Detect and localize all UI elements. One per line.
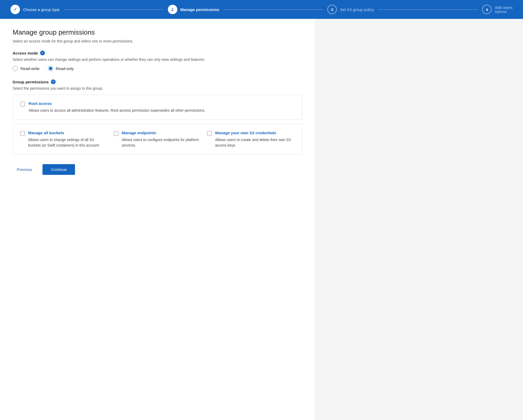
- manage-buckets-item: Manage all buckets Allows users to chang…: [20, 131, 108, 148]
- access-mode-radio-group: Read-write Read-only: [13, 66, 302, 71]
- continue-button[interactable]: Continue: [42, 164, 75, 175]
- radio-read-write-label: Read-write: [20, 66, 40, 71]
- step-3-circle: 3: [327, 5, 337, 14]
- root-access-item: Root access Allows users to access all a…: [20, 101, 295, 113]
- manage-s3-credentials-title: Manage your own S3 credentials: [215, 131, 295, 135]
- group-permissions-title: Group permissions ?: [13, 79, 302, 84]
- step-4-label: Add users: [495, 5, 513, 10]
- other-permissions-grid: Manage all buckets Allows users to chang…: [20, 131, 295, 148]
- access-mode-description: Select whether users can change settings…: [13, 57, 302, 62]
- wizard-step-2: 2 Manage permissions: [168, 5, 219, 14]
- group-permissions-help-icon[interactable]: ?: [51, 79, 56, 84]
- step-1-label: Choose a group type: [23, 7, 60, 12]
- manage-buckets-checkbox[interactable]: [20, 131, 25, 136]
- wizard-step-3: 3 Set S3 group policy: [327, 5, 374, 14]
- wizard-step-1: ✓ Choose a group type: [10, 5, 60, 14]
- main-content: Manage group permissions Select an acces…: [0, 19, 315, 420]
- step-connector-3-4: [378, 9, 478, 10]
- page-description: Select an access mode for this group and…: [13, 39, 302, 43]
- page-title: Manage group permissions: [13, 28, 302, 36]
- manage-s3-credentials-description: Allows users to create and delete their …: [215, 137, 295, 148]
- manage-s3-credentials-item: Manage your own S3 credentials Allows us…: [207, 131, 295, 148]
- step-connector-2-3: [223, 9, 323, 10]
- manage-endpoints-description: Allows users to configure endpoints for …: [122, 137, 201, 148]
- root-access-box: Root access Allows users to access all a…: [13, 95, 302, 120]
- access-mode-help-icon[interactable]: ?: [40, 51, 45, 55]
- access-mode-section: Access mode ? Select whether users can c…: [13, 51, 302, 71]
- root-access-checkbox[interactable]: [20, 102, 25, 106]
- radio-read-only-input[interactable]: [48, 66, 53, 71]
- previous-button[interactable]: Previous: [13, 165, 36, 174]
- step-2-label: Manage permissions: [180, 7, 219, 12]
- root-access-description: Allows users to access all administratio…: [29, 108, 205, 113]
- manage-endpoints-title: Manage endpoints: [122, 131, 201, 135]
- footer: Previous Continue: [13, 164, 302, 180]
- group-permissions-description: Select the permissions you want to assig…: [13, 86, 302, 90]
- root-access-content: Root access Allows users to access all a…: [29, 101, 205, 113]
- other-permissions-box: Manage all buckets Allows users to chang…: [13, 124, 302, 155]
- step-3-label: Set S3 group policy: [340, 7, 374, 12]
- radio-read-only[interactable]: Read-only: [48, 66, 74, 71]
- manage-buckets-title: Manage all buckets: [28, 131, 108, 135]
- wizard-step-4: 4 Add users Optional: [482, 5, 513, 14]
- manage-buckets-description: Allows users to change settings of all S…: [28, 137, 108, 148]
- manage-s3-credentials-checkbox[interactable]: [207, 131, 212, 136]
- step-1-circle: ✓: [10, 5, 20, 14]
- radio-read-write-input[interactable]: [13, 66, 18, 71]
- manage-endpoints-checkbox[interactable]: [114, 131, 119, 136]
- radio-read-write[interactable]: Read-write: [13, 66, 40, 71]
- manage-endpoints-item: Manage endpoints Allows users to configu…: [114, 131, 201, 148]
- step-4-sublabel: Optional: [495, 10, 513, 14]
- wizard-header: ✓ Choose a group type 2 Manage permissio…: [0, 0, 523, 19]
- step-connector-1-2: [64, 9, 163, 10]
- step-2-circle: 2: [168, 5, 177, 14]
- root-access-title: Root access: [29, 101, 205, 106]
- group-permissions-section: Group permissions ? Select the permissio…: [13, 79, 302, 155]
- step-4-circle: 4: [482, 5, 492, 14]
- radio-read-only-label: Read-only: [56, 66, 74, 71]
- access-mode-title: Access mode ?: [13, 51, 302, 55]
